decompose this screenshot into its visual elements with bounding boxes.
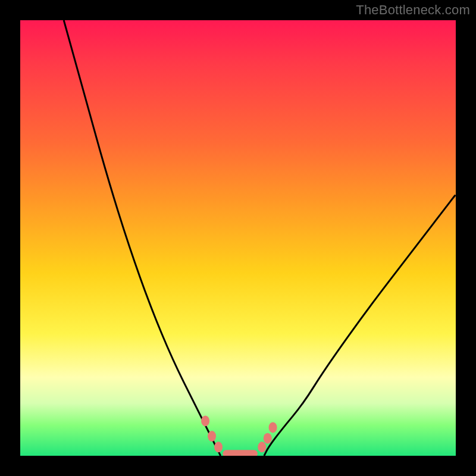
- bottom-marker-bar: [223, 450, 258, 456]
- marker-left-0: [201, 415, 209, 426]
- watermark-label: TheBottleneck.com: [356, 2, 470, 18]
- plot-area: [20, 20, 456, 456]
- marker-right-2: [269, 422, 277, 433]
- chart-frame: TheBottleneck.com: [0, 0, 476, 476]
- curve-left-curve: [64, 20, 221, 456]
- marker-right-0: [258, 441, 266, 452]
- curve-right-curve: [264, 195, 456, 456]
- marker-right-1: [264, 433, 272, 444]
- marker-left-2: [214, 441, 223, 452]
- chart-svg: [20, 20, 456, 456]
- marker-left-1: [208, 431, 216, 441]
